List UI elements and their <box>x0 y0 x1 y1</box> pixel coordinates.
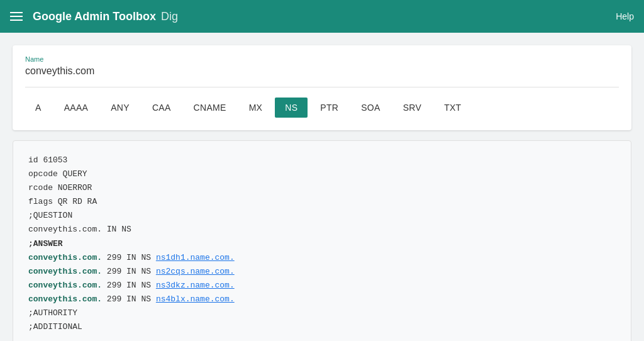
name-label: Name <box>25 55 619 63</box>
answer-label: ;ANSWER <box>28 237 616 251</box>
record-btn-aaaa[interactable]: AAAA <box>54 98 99 118</box>
ns-link[interactable]: ns2cqs.name.com. <box>156 267 235 276</box>
answer-row: conveythis.com. 299 IN NS ns4blx.name.co… <box>28 293 616 306</box>
app-title: Google Admin ToolboxDig <box>33 10 178 23</box>
main-content: Name conveythis.com AAAAAANYCAACNAMEMXNS… <box>0 33 644 341</box>
help-link[interactable]: Help <box>616 11 634 21</box>
menu-button[interactable] <box>10 12 23 21</box>
ns-link[interactable]: ns4blx.name.com. <box>156 294 235 304</box>
app-subtitle: Dig <box>161 10 178 23</box>
divider <box>25 87 619 87</box>
answer-row: conveythis.com. 299 IN NS ns1dh1.name.co… <box>28 251 616 265</box>
flags-line: flags QR RD RA <box>28 195 616 209</box>
record-btn-any[interactable]: ANY <box>101 98 140 118</box>
result-card: id 61053 opcode QUERY rcode NOERROR flag… <box>13 140 631 341</box>
record-btn-mx[interactable]: MX <box>239 98 273 118</box>
result-content: id 61053 opcode QUERY rcode NOERROR flag… <box>28 154 616 334</box>
record-btn-ptr[interactable]: PTR <box>310 98 348 118</box>
record-btn-cname[interactable]: CNAME <box>184 98 236 118</box>
name-value: conveythis.com <box>25 65 619 77</box>
rcode-line: rcode NOERROR <box>28 181 616 195</box>
record-btn-txt[interactable]: TXT <box>434 98 471 118</box>
authority-label: ;AUTHORITY <box>28 306 616 320</box>
answer-rows: conveythis.com. 299 IN NS ns1dh1.name.co… <box>28 251 616 306</box>
header-left: Google Admin ToolboxDig <box>10 10 178 23</box>
ns-link[interactable]: ns3dkz.name.com. <box>156 281 235 290</box>
question-value: conveythis.com. IN NS <box>28 223 616 237</box>
record-btn-soa[interactable]: SOA <box>351 98 390 118</box>
opcode-line: opcode QUERY <box>28 167 616 181</box>
additional-label: ;ADDITIONAL <box>28 320 616 334</box>
search-card: Name conveythis.com AAAAAANYCAACNAMEMXNS… <box>13 45 631 130</box>
record-btn-srv[interactable]: SRV <box>393 98 431 118</box>
id-line: id 61053 <box>28 154 616 167</box>
app-header: Google Admin ToolboxDig Help <box>0 0 644 33</box>
record-btn-a[interactable]: A <box>25 98 52 118</box>
question-label: ;QUESTION <box>28 209 616 223</box>
record-btn-ns[interactable]: NS <box>275 98 308 118</box>
answer-row: conveythis.com. 299 IN NS ns3dkz.name.co… <box>28 279 616 293</box>
ns-link[interactable]: ns1dh1.name.com. <box>156 253 235 262</box>
answer-row: conveythis.com. 299 IN NS ns2cqs.name.co… <box>28 265 616 279</box>
record-type-buttons: AAAAAANYCAACNAMEMXNSPTRSOASRVTXT <box>25 98 619 118</box>
record-btn-caa[interactable]: CAA <box>142 98 181 118</box>
